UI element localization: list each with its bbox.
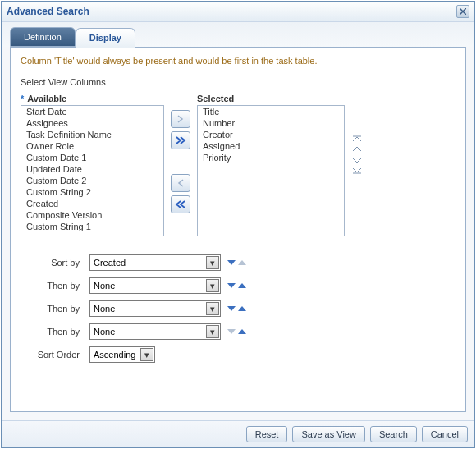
available-listbox[interactable]: Start DateAssigneesTask Definition NameO… [21, 105, 164, 236]
list-item[interactable]: Task Definition Name [21, 129, 163, 140]
then-by-3-select[interactable]: None▾ [89, 323, 221, 340]
move-all-right-button[interactable] [171, 131, 190, 149]
list-item[interactable]: Custom String 1 [21, 221, 163, 232]
sort-desc-icon[interactable] [227, 329, 236, 334]
search-button[interactable]: Search [370, 426, 417, 442]
list-item[interactable]: Creator [198, 129, 344, 140]
selected-label: Selected [197, 94, 234, 103]
sort-by-select[interactable]: Created▾ [89, 254, 221, 271]
cancel-button[interactable]: Cancel [422, 426, 468, 442]
dropdown-icon: ▾ [206, 325, 219, 338]
sort-asc-icon[interactable] [238, 260, 246, 265]
dropdown-icon: ▾ [206, 302, 219, 315]
dropdown-icon: ▾ [206, 256, 219, 269]
tabs: Definition Display [2, 22, 474, 47]
move-all-left-button[interactable] [171, 195, 190, 213]
sort-asc-icon[interactable] [238, 306, 246, 311]
list-item[interactable]: Custom String 2 [21, 186, 163, 198]
list-item[interactable]: Custom Date 2 [21, 175, 163, 186]
sort-desc-icon[interactable] [227, 283, 236, 288]
list-item[interactable]: Priority [198, 152, 344, 163]
help-text: Column 'Title' would always be present a… [21, 56, 455, 66]
sort-area: Sort by Created▾ Then by None▾ [21, 254, 455, 363]
sort-asc-icon[interactable] [238, 329, 246, 334]
sort-asc-icon[interactable] [238, 283, 246, 288]
sort-desc-icon[interactable] [227, 260, 236, 265]
move-bottom-button[interactable] [351, 167, 363, 175]
dropdown-icon: ▾ [206, 279, 219, 292]
order-buttons [351, 94, 363, 175]
sort-by-label: Sort by [21, 258, 83, 268]
list-item[interactable]: Custom Date 1 [21, 152, 163, 163]
then-by-1-label: Then by [21, 281, 83, 291]
list-item[interactable]: Created [21, 198, 163, 209]
save-as-view-button[interactable]: Save as View [292, 426, 364, 442]
list-item[interactable]: Composite Version [21, 209, 163, 221]
sort-order-label: Sort Order [21, 350, 83, 360]
then-by-2-label: Then by [21, 304, 83, 314]
titlebar: Advanced Search [2, 2, 474, 22]
close-icon[interactable] [456, 5, 469, 18]
sort-order-select[interactable]: Ascending▾ [89, 346, 155, 363]
selected-listbox[interactable]: TitleNumberCreatorAssignedPriority [197, 105, 345, 236]
move-left-button[interactable] [171, 174, 190, 192]
dialog-title: Advanced Search [7, 6, 89, 17]
dropdown-icon: ▾ [140, 348, 153, 361]
reset-button[interactable]: Reset [246, 426, 288, 442]
then-by-1-select[interactable]: None▾ [89, 277, 221, 294]
sort-desc-icon[interactable] [227, 306, 236, 311]
list-item[interactable]: Updated Date [21, 163, 163, 175]
then-by-2-select[interactable]: None▾ [89, 300, 221, 317]
list-item[interactable]: Title [198, 106, 344, 117]
section-label: Select View Columns [21, 77, 455, 87]
then-by-3-label: Then by [21, 327, 83, 337]
advanced-search-dialog: Advanced Search Definition Display Colum… [1, 1, 475, 448]
shuttle-buttons [171, 94, 190, 213]
required-indicator: * [21, 94, 24, 103]
move-down-button[interactable] [351, 156, 363, 164]
move-right-button[interactable] [171, 110, 190, 128]
list-item[interactable]: Number [198, 117, 344, 129]
dialog-footer: Reset Save as View Search Cancel [2, 420, 474, 447]
available-label: Available [27, 94, 66, 103]
list-item[interactable]: Assignees [21, 117, 163, 129]
move-up-button[interactable] [351, 145, 363, 153]
tab-display[interactable]: Display [76, 28, 135, 48]
move-top-button[interactable] [351, 135, 363, 143]
tab-definition[interactable]: Definition [10, 27, 76, 47]
list-item[interactable]: Assigned [198, 140, 344, 152]
list-item[interactable]: Owner Role [21, 140, 163, 152]
list-item[interactable]: Start Date [21, 106, 163, 117]
tab-content-display: Column 'Title' would always be present a… [10, 47, 466, 412]
